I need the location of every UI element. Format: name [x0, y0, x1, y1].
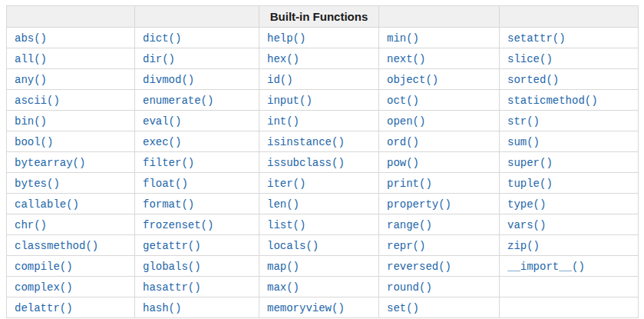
function-link[interactable]: vars(): [507, 219, 546, 231]
function-link[interactable]: __import__(): [507, 261, 585, 273]
table-row: chr()frozenset()list()range()vars(): [7, 214, 639, 235]
function-cell: hash(): [135, 297, 259, 318]
function-link[interactable]: tuple(): [507, 178, 553, 190]
builtin-functions-table: Built-in Functions abs()dict()help()min(…: [6, 5, 639, 318]
table-title: Built-in Functions: [259, 6, 379, 28]
function-link[interactable]: help(): [267, 32, 305, 45]
function-cell: bytearray(): [7, 152, 135, 173]
function-link[interactable]: frozenset(): [143, 219, 213, 231]
function-link[interactable]: getattr(): [143, 240, 201, 252]
function-cell: setattr(): [500, 28, 639, 48]
function-link[interactable]: hex(): [267, 53, 299, 65]
function-link[interactable]: type(): [507, 198, 546, 211]
function-link[interactable]: dict(): [143, 32, 181, 45]
function-link[interactable]: ascii(): [15, 95, 60, 107]
function-cell: vars(): [500, 214, 639, 235]
function-link[interactable]: float(): [143, 178, 188, 190]
function-link[interactable]: id(): [267, 74, 293, 86]
function-link[interactable]: max(): [267, 281, 299, 294]
function-link[interactable]: object(): [387, 74, 438, 86]
function-link[interactable]: reversed(): [387, 261, 451, 273]
header-cell-empty: [7, 6, 135, 28]
function-link[interactable]: iter(): [267, 178, 305, 190]
header-cell-empty: [500, 6, 639, 28]
function-link[interactable]: eval(): [143, 115, 181, 128]
function-link[interactable]: staticmethod(): [507, 95, 598, 107]
function-link[interactable]: sorted(): [507, 74, 559, 86]
function-link[interactable]: filter(): [143, 157, 194, 169]
function-link[interactable]: range(): [387, 219, 432, 231]
function-cell: any(): [7, 69, 135, 90]
table-row: abs()dict()help()min()setattr(): [7, 28, 639, 48]
function-cell: abs(): [7, 28, 135, 48]
function-link[interactable]: divmod(): [143, 74, 194, 86]
function-link[interactable]: int(): [267, 115, 299, 128]
page: Built-in Functions abs()dict()help()min(…: [0, 0, 644, 319]
function-link[interactable]: map(): [267, 261, 299, 273]
function-link[interactable]: hasattr(): [143, 281, 201, 294]
function-link[interactable]: locals(): [267, 240, 319, 252]
function-link[interactable]: globals(): [143, 261, 201, 273]
function-link[interactable]: bool(): [15, 136, 53, 148]
function-cell: exec(): [135, 131, 259, 152]
function-link[interactable]: memoryview(): [267, 302, 345, 314]
empty-cell: [500, 277, 639, 297]
function-link[interactable]: zip(): [507, 240, 540, 252]
function-link[interactable]: callable(): [15, 198, 79, 211]
table-row: delattr()hash()memoryview()set(): [7, 297, 639, 318]
function-link[interactable]: classmethod(): [15, 240, 98, 252]
function-cell: locals(): [259, 235, 379, 256]
function-link[interactable]: min(): [387, 32, 419, 45]
function-cell: next(): [379, 48, 500, 69]
function-cell: super(): [500, 152, 639, 173]
function-link[interactable]: complex(): [15, 281, 73, 294]
function-link[interactable]: hash(): [143, 302, 181, 314]
function-link[interactable]: set(): [387, 302, 419, 314]
table-row: compile()globals()map()reversed()__impor…: [7, 256, 639, 277]
function-link[interactable]: round(): [387, 281, 432, 294]
function-cell: float(): [135, 173, 259, 194]
function-link[interactable]: input(): [267, 95, 312, 107]
function-link[interactable]: bin(): [15, 115, 47, 128]
table-header-row: Built-in Functions: [7, 6, 639, 28]
function-cell: min(): [379, 28, 500, 48]
function-link[interactable]: exec(): [143, 136, 181, 148]
function-link[interactable]: slice(): [507, 53, 553, 65]
function-link[interactable]: oct(): [387, 95, 419, 107]
table-row: bin()eval()int()open()str(): [7, 111, 639, 131]
function-link[interactable]: list(): [267, 219, 305, 231]
function-link[interactable]: sum(): [507, 136, 540, 148]
function-link[interactable]: bytearray(): [15, 157, 85, 169]
function-link[interactable]: ord(): [387, 136, 419, 148]
function-link[interactable]: enumerate(): [143, 95, 213, 107]
function-link[interactable]: abs(): [15, 32, 47, 45]
function-link[interactable]: dir(): [143, 53, 175, 65]
function-cell: repr(): [379, 235, 500, 256]
function-link[interactable]: all(): [15, 53, 47, 65]
function-link[interactable]: setattr(): [507, 32, 566, 45]
function-link[interactable]: issubclass(): [267, 157, 345, 169]
function-link[interactable]: next(): [387, 53, 425, 65]
function-link[interactable]: print(): [387, 178, 432, 190]
function-link[interactable]: open(): [387, 115, 425, 128]
function-cell: input(): [259, 90, 379, 111]
function-cell: set(): [379, 297, 500, 318]
function-link[interactable]: isinstance(): [267, 136, 345, 148]
function-cell: max(): [259, 277, 379, 297]
function-link[interactable]: str(): [507, 115, 540, 128]
function-link[interactable]: super(): [507, 157, 553, 169]
function-link[interactable]: pow(): [387, 157, 419, 169]
function-cell: help(): [259, 28, 379, 48]
function-link[interactable]: property(): [387, 198, 451, 211]
function-link[interactable]: compile(): [15, 261, 73, 273]
function-link[interactable]: chr(): [15, 219, 47, 231]
function-link[interactable]: repr(): [387, 240, 425, 252]
function-link[interactable]: len(): [267, 198, 299, 211]
function-link[interactable]: bytes(): [15, 178, 60, 190]
function-link[interactable]: delattr(): [15, 302, 73, 314]
function-cell: map(): [259, 256, 379, 277]
function-cell: __import__(): [500, 256, 639, 277]
function-cell: id(): [259, 69, 379, 90]
function-link[interactable]: format(): [143, 198, 194, 211]
function-link[interactable]: any(): [15, 74, 47, 86]
